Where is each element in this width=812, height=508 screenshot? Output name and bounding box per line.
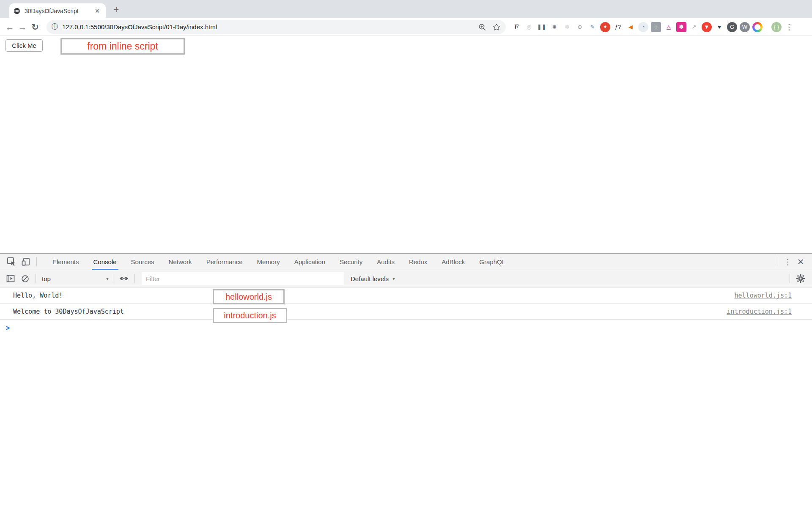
inspect-element-icon[interactable] — [4, 257, 19, 267]
console-toolbar: top ▼ Default levels ▼ — [0, 270, 812, 287]
tab-security[interactable]: Security — [332, 254, 370, 270]
tab-redux[interactable]: Redux — [402, 254, 434, 270]
helloworld-annotation-box: helloworld.js — [213, 289, 285, 304]
extensions-row: F◎❚❚✺✽⊖✎✦ƒ?◀◔○△✽↗▼♥GW{ } — [511, 22, 782, 32]
divider — [36, 257, 37, 266]
tab-application[interactable]: Application — [287, 254, 332, 270]
tab-audits[interactable]: Audits — [370, 254, 402, 270]
camera-icon[interactable]: ○ — [651, 22, 661, 32]
browser-toolbar: ← → ↻ ⓘ 127.0.0.1:5500/30DaysOfJavaScrip… — [0, 18, 812, 36]
page-content: Click Me from inline script — [0, 36, 812, 253]
eyedropper-icon[interactable]: ✎ — [587, 22, 598, 32]
annotation-text: helloworld.js — [225, 292, 272, 302]
tab-title: 30DaysOfJavaScript — [25, 8, 93, 14]
corner-arrow-icon[interactable]: ↗ — [689, 22, 699, 32]
url-text[interactable]: 127.0.0.1:5500/30DaysOfJavaScript/01-Day… — [62, 23, 217, 30]
chevron-down-icon: ▼ — [392, 276, 396, 281]
console-message-row: Welcome to 30DaysOfJavaScript introducti… — [0, 304, 812, 320]
tab-performance[interactable]: Performance — [199, 254, 250, 270]
console-prompt[interactable]: > — [0, 320, 812, 336]
vinyl-icon[interactable]: ◎ — [524, 22, 534, 32]
console-message-text: Hello, World! — [13, 292, 63, 299]
clear-console-icon[interactable] — [18, 274, 32, 283]
columns-icon[interactable]: ❚❚ — [537, 22, 547, 32]
annotation-text: introduction.js — [224, 311, 276, 320]
divider — [778, 257, 778, 266]
tab-network[interactable]: Network — [162, 254, 199, 270]
dash-circle-icon[interactable]: ⊖ — [575, 22, 585, 32]
log-levels-dropdown[interactable]: Default levels ▼ — [351, 275, 396, 282]
tab-strip: 30DaysOfJavaScript × + — [0, 0, 812, 18]
gear-square-icon[interactable]: ✽ — [676, 22, 686, 32]
globe-favicon-icon — [14, 8, 20, 14]
device-toolbar-icon[interactable] — [19, 257, 33, 267]
site-info-icon[interactable]: ⓘ — [52, 22, 58, 31]
g-circle-icon[interactable]: G — [727, 22, 737, 32]
browser-tab[interactable]: 30DaysOfJavaScript × — [9, 3, 106, 18]
settings-gear-icon[interactable] — [793, 274, 808, 283]
forward-button[interactable]: → — [16, 23, 29, 31]
click-me-button[interactable]: Click Me — [5, 39, 43, 52]
console-message-row: Hello, World! helloworld.js:1 — [0, 287, 812, 304]
flower-icon[interactable]: ✽ — [562, 22, 572, 32]
devtools-panel: Elements Console Sources Network Perform… — [0, 253, 812, 508]
new-tab-button[interactable]: + — [110, 3, 123, 16]
bug-icon[interactable]: ✺ — [549, 22, 560, 32]
devtools-menu-icon[interactable]: ⋮ — [782, 257, 794, 267]
tab-graphql[interactable]: GraphQL — [472, 254, 513, 270]
context-selector-dropdown[interactable]: top ▼ — [42, 275, 110, 282]
w-circle-icon[interactable]: W — [740, 22, 750, 32]
filter-input[interactable] — [142, 272, 344, 285]
stop-hand-icon[interactable]: ✦ — [600, 22, 610, 32]
devtools-tab-bar: Elements Console Sources Network Perform… — [0, 254, 812, 270]
bookmark-star-icon[interactable] — [492, 23, 501, 31]
userscript-f-icon[interactable]: F — [511, 22, 521, 32]
inline-script-annotation-text: from inline script — [87, 41, 158, 52]
tab-adblock[interactable]: AdBlock — [434, 254, 472, 270]
devtools-close-icon[interactable]: × — [794, 257, 807, 267]
console-message-text: Welcome to 30DaysOfJavaScript — [13, 308, 124, 315]
megaphone-icon[interactable]: ◀ — [625, 22, 636, 32]
pocket-icon[interactable]: ▼ — [702, 22, 712, 32]
color-wheel-icon[interactable] — [752, 22, 763, 32]
source-link[interactable]: introduction.js:1 — [727, 308, 792, 315]
tab-elements[interactable]: Elements — [45, 254, 86, 270]
divider — [36, 274, 36, 283]
divider — [134, 274, 135, 283]
zoom-magnifier-icon[interactable] — [478, 23, 486, 31]
divider — [790, 274, 790, 283]
f-question-icon[interactable]: ƒ? — [613, 22, 623, 32]
swirl-icon[interactable]: ◔ — [638, 22, 648, 32]
json-brackets-icon[interactable]: { } — [771, 22, 782, 32]
context-selected-value: top — [42, 275, 51, 282]
console-sidebar-toggle-icon[interactable] — [3, 274, 18, 283]
back-button[interactable]: ← — [3, 23, 16, 31]
extensions-separator — [765, 22, 769, 32]
address-bar[interactable]: ⓘ 127.0.0.1:5500/30DaysOfJavaScript/01-D… — [47, 20, 506, 34]
tab-console[interactable]: Console — [86, 254, 124, 270]
divider — [113, 274, 113, 283]
reload-button[interactable]: ↻ — [29, 23, 41, 31]
tab-close-icon[interactable]: × — [93, 7, 102, 15]
prompt-chevron-icon: > — [5, 323, 10, 333]
inline-script-annotation-box: from inline script — [60, 38, 185, 55]
source-link[interactable]: helloworld.js:1 — [735, 292, 792, 299]
introduction-annotation-box: introduction.js — [213, 308, 287, 323]
browser-menu-icon[interactable]: ⋮ — [785, 22, 793, 32]
tab-memory[interactable]: Memory — [250, 254, 287, 270]
tab-sources[interactable]: Sources — [124, 254, 162, 270]
chevron-down-icon: ▼ — [105, 276, 110, 281]
devtools-tabs: Elements Console Sources Network Perform… — [45, 254, 513, 270]
log-levels-label: Default levels — [351, 275, 389, 282]
live-expression-eye-icon[interactable] — [117, 275, 131, 282]
console-log-area[interactable]: Hello, World! helloworld.js:1 Welcome to… — [0, 287, 812, 336]
graphql-icon[interactable]: △ — [664, 22, 674, 32]
heart-search-icon[interactable]: ♥ — [714, 22, 724, 32]
browser-window: 30DaysOfJavaScript × + ← → ↻ ⓘ 127.0.0.1… — [0, 0, 812, 508]
